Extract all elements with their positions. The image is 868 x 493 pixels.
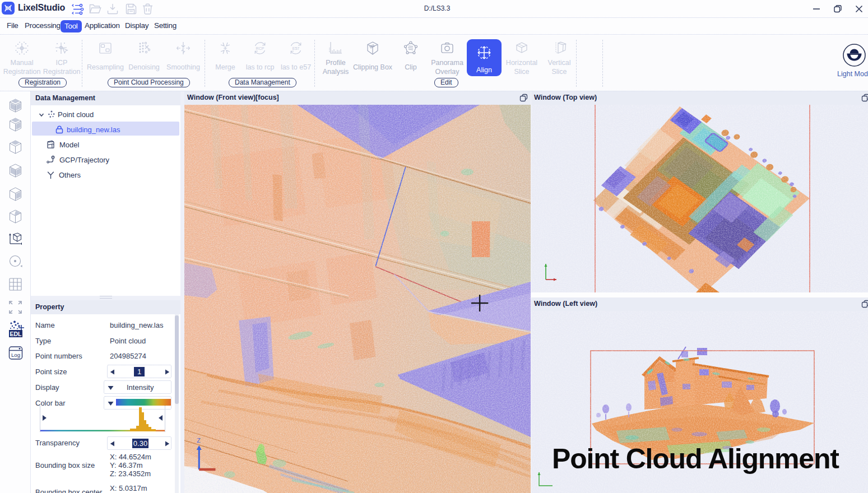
- svg-text:Log: Log: [11, 352, 20, 358]
- svg-text:EDL: EDL: [10, 331, 22, 337]
- svg-text:Point Cloud Alignment: Point Cloud Alignment: [552, 443, 839, 475]
- svg-text:RCP: RCP: [256, 46, 264, 50]
- svg-text:E57: E57: [293, 46, 300, 50]
- svg-text:Z: Z: [197, 437, 201, 444]
